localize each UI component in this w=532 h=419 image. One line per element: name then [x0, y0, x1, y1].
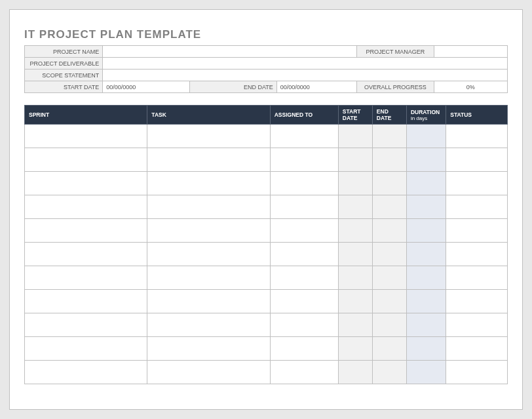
cell-duration[interactable] [406, 243, 446, 266]
cell-assigned-to[interactable] [270, 148, 338, 172]
cell-task[interactable] [147, 290, 270, 313]
cell-duration[interactable] [406, 172, 446, 195]
cell-end-date[interactable] [372, 148, 406, 172]
cell-assigned-to[interactable] [270, 219, 338, 243]
meta-table: PROJECT NAME PROJECT MANAGER PROJECT DEL… [24, 45, 508, 93]
cell-assigned-to[interactable] [270, 337, 338, 361]
cell-task[interactable] [147, 313, 270, 337]
cell-status[interactable] [446, 172, 508, 195]
end-date-value[interactable]: 00/00/0000 [276, 81, 357, 93]
start-date-value[interactable]: 00/00/0000 [103, 81, 190, 93]
cell-end-date[interactable] [372, 172, 406, 195]
cell-start-date[interactable] [338, 172, 372, 195]
col-header-duration-sub: in days [411, 115, 442, 121]
table-row [25, 243, 508, 266]
cell-status[interactable] [446, 125, 508, 148]
cell-status[interactable] [446, 313, 508, 337]
overall-progress-label: OVERALL PROGRESS [357, 81, 434, 93]
cell-duration[interactable] [406, 337, 446, 361]
cell-start-date[interactable] [338, 243, 372, 266]
cell-assigned-to[interactable] [270, 195, 338, 219]
cell-status[interactable] [446, 195, 508, 219]
cell-end-date[interactable] [372, 361, 406, 384]
cell-end-date[interactable] [372, 125, 406, 148]
cell-status[interactable] [446, 337, 508, 361]
cell-status[interactable] [446, 219, 508, 243]
cell-sprint[interactable] [25, 290, 147, 313]
cell-status[interactable] [446, 290, 508, 313]
table-row [25, 337, 508, 361]
cell-task[interactable] [147, 266, 270, 290]
cell-status[interactable] [446, 243, 508, 266]
col-header-sprint: SPRINT [25, 106, 147, 125]
project-manager-value[interactable] [434, 46, 507, 58]
cell-start-date[interactable] [338, 361, 372, 384]
cell-duration[interactable] [406, 195, 446, 219]
cell-duration[interactable] [406, 148, 446, 172]
col-header-assigned-to: ASSIGNED TO [270, 106, 338, 125]
cell-sprint[interactable] [25, 337, 147, 361]
cell-sprint[interactable] [25, 172, 147, 195]
cell-end-date[interactable] [372, 337, 406, 361]
cell-task[interactable] [147, 219, 270, 243]
cell-assigned-to[interactable] [270, 290, 338, 313]
cell-start-date[interactable] [338, 313, 372, 337]
cell-start-date[interactable] [338, 337, 372, 361]
table-row [25, 290, 508, 313]
cell-status[interactable] [446, 361, 508, 384]
cell-start-date[interactable] [338, 290, 372, 313]
col-header-start-date: START DATE [338, 106, 372, 125]
cell-task[interactable] [147, 148, 270, 172]
cell-start-date[interactable] [338, 219, 372, 243]
cell-task[interactable] [147, 195, 270, 219]
cell-status[interactable] [446, 266, 508, 290]
cell-sprint[interactable] [25, 243, 147, 266]
cell-task[interactable] [147, 172, 270, 195]
end-date-label: END DATE [190, 81, 277, 93]
cell-task[interactable] [147, 361, 270, 384]
cell-assigned-to[interactable] [270, 125, 338, 148]
cell-assigned-to[interactable] [270, 361, 338, 384]
table-row [25, 148, 508, 172]
cell-assigned-to[interactable] [270, 172, 338, 195]
cell-end-date[interactable] [372, 266, 406, 290]
cell-start-date[interactable] [338, 195, 372, 219]
cell-status[interactable] [446, 148, 508, 172]
cell-duration[interactable] [406, 266, 446, 290]
project-manager-label: PROJECT MANAGER [357, 46, 434, 58]
cell-assigned-to[interactable] [270, 313, 338, 337]
cell-task[interactable] [147, 337, 270, 361]
cell-end-date[interactable] [372, 290, 406, 313]
cell-sprint[interactable] [25, 219, 147, 243]
cell-sprint[interactable] [25, 195, 147, 219]
cell-start-date[interactable] [338, 148, 372, 172]
cell-sprint[interactable] [25, 361, 147, 384]
cell-sprint[interactable] [25, 266, 147, 290]
table-row [25, 313, 508, 337]
cell-sprint[interactable] [25, 125, 147, 148]
cell-assigned-to[interactable] [270, 266, 338, 290]
cell-end-date[interactable] [372, 219, 406, 243]
col-header-status: STATUS [446, 106, 508, 125]
cell-start-date[interactable] [338, 125, 372, 148]
table-row [25, 172, 508, 195]
cell-task[interactable] [147, 243, 270, 266]
cell-sprint[interactable] [25, 313, 147, 337]
cell-duration[interactable] [406, 219, 446, 243]
cell-duration[interactable] [406, 361, 446, 384]
cell-end-date[interactable] [372, 195, 406, 219]
cell-duration[interactable] [406, 125, 446, 148]
cell-assigned-to[interactable] [270, 243, 338, 266]
cell-start-date[interactable] [338, 266, 372, 290]
scope-statement-value[interactable] [103, 70, 508, 81]
cell-end-date[interactable] [372, 243, 406, 266]
cell-sprint[interactable] [25, 148, 147, 172]
cell-end-date[interactable] [372, 313, 406, 337]
table-row [25, 266, 508, 290]
cell-duration[interactable] [406, 313, 446, 337]
cell-duration[interactable] [406, 290, 446, 313]
project-deliverable-value[interactable] [103, 58, 508, 70]
project-name-value[interactable] [103, 46, 357, 58]
cell-task[interactable] [147, 125, 270, 148]
overall-progress-value: 0% [434, 81, 507, 93]
